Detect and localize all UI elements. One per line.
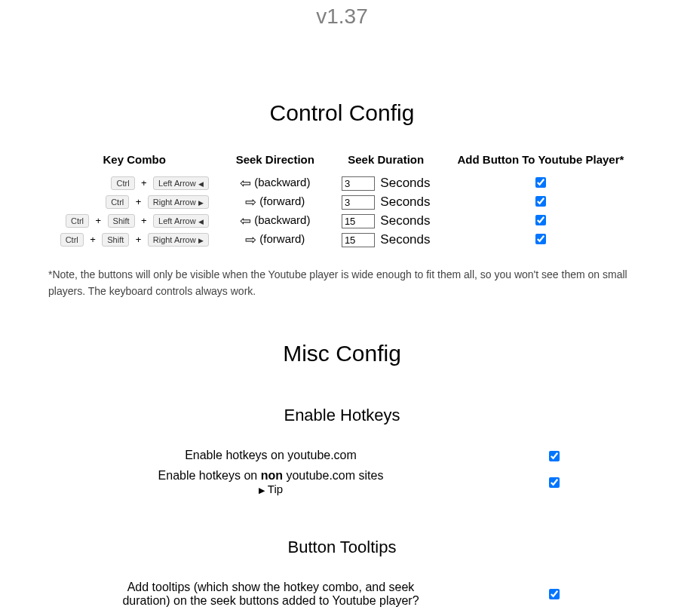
enable-hotkeys-table: Enable hotkeys on youtube.com Enable hot… xyxy=(116,446,568,498)
add-button-checkbox[interactable] xyxy=(535,177,546,188)
key-ctrl: Ctrl xyxy=(111,176,134,190)
enable-hotkeys-youtube-checkbox[interactable] xyxy=(549,451,560,461)
plus-icon: + xyxy=(96,215,102,226)
button-tooltips-table: Add tooltips (which show the hotkey comb… xyxy=(116,578,568,610)
add-button-checkbox[interactable] xyxy=(535,215,546,225)
misc-config-heading: Misc Config xyxy=(0,341,684,366)
control-config-heading: Control Config xyxy=(0,100,684,126)
enable-hotkeys-youtube-label: Enable hotkeys on youtube.com xyxy=(116,446,425,467)
seconds-label: Seconds xyxy=(380,213,430,228)
arrow-right-icon: ⇨ xyxy=(245,233,256,247)
direction-label: (forward) xyxy=(259,232,305,245)
key-shift: Shift xyxy=(108,214,135,228)
add-tooltips-label: Add tooltips (which show the hotkey comb… xyxy=(116,578,425,610)
arrow-left-icon: ⇦ xyxy=(240,214,251,228)
direction-label: (forward) xyxy=(259,195,305,207)
seek-duration-input[interactable] xyxy=(342,233,375,247)
control-config-table: Key Combo Seek Direction Seek Duration A… xyxy=(47,149,638,249)
add-button-checkbox[interactable] xyxy=(535,234,546,244)
control-row: Ctrl + Left Arrow ◀ ⇦ (backward) Seconds xyxy=(47,173,638,192)
key-shift: Shift xyxy=(102,233,129,247)
control-row: Ctrl + Right Arrow ▶ ⇨ (forward) Seconds xyxy=(47,192,638,211)
control-note: *Note, the buttons will only be visible … xyxy=(48,267,639,299)
header-seek-direction: Seek Direction xyxy=(222,149,328,173)
seek-duration-input[interactable] xyxy=(342,214,375,228)
add-button-checkbox[interactable] xyxy=(535,196,546,207)
key-left-arrow: Left Arrow ◀ xyxy=(153,176,209,190)
add-tooltips-checkbox[interactable] xyxy=(549,589,560,599)
seek-duration-input[interactable] xyxy=(342,176,375,191)
enable-hotkeys-nonyoutube-label: Enable hotkeys on non youtube.com sites … xyxy=(116,467,425,498)
arrow-right-icon: ⇨ xyxy=(245,195,256,209)
plus-icon: + xyxy=(141,177,147,188)
key-right-arrow: Right Arrow ▶ xyxy=(148,233,209,247)
enable-hotkeys-heading: Enable Hotkeys xyxy=(0,406,684,425)
seconds-label: Seconds xyxy=(380,176,430,190)
plus-icon: + xyxy=(90,234,96,245)
control-row: Ctrl + Shift + Left Arrow ◀ ⇦ (backward)… xyxy=(47,211,638,230)
direction-label: (backward) xyxy=(254,176,310,188)
plus-icon: + xyxy=(141,215,147,226)
button-tooltips-heading: Button Tooltips xyxy=(0,538,684,557)
version-label: v1.37 xyxy=(0,0,684,29)
seek-duration-input[interactable] xyxy=(342,195,375,210)
direction-label: (backward) xyxy=(254,213,310,226)
chevron-right-icon: ▶ xyxy=(259,486,265,495)
header-key-combo: Key Combo xyxy=(47,149,222,173)
seconds-label: Seconds xyxy=(380,195,430,209)
key-ctrl: Ctrl xyxy=(66,214,89,228)
control-row: Ctrl + Shift + Right Arrow ▶ ⇨ (forward)… xyxy=(47,230,638,249)
tip-toggle[interactable]: ▶ Tip xyxy=(259,483,283,495)
key-right-arrow: Right Arrow ▶ xyxy=(148,195,209,209)
header-seek-duration: Seek Duration xyxy=(328,149,444,173)
header-add-button: Add Button To Youtube Player* xyxy=(444,149,638,173)
key-left-arrow: Left Arrow ◀ xyxy=(153,214,209,228)
key-ctrl: Ctrl xyxy=(60,233,84,247)
plus-icon: + xyxy=(136,234,142,245)
key-ctrl: Ctrl xyxy=(106,195,129,209)
arrow-left-icon: ⇦ xyxy=(240,176,251,190)
plus-icon: + xyxy=(136,196,142,207)
enable-hotkeys-nonyoutube-checkbox[interactable] xyxy=(549,477,560,488)
seconds-label: Seconds xyxy=(380,232,430,247)
